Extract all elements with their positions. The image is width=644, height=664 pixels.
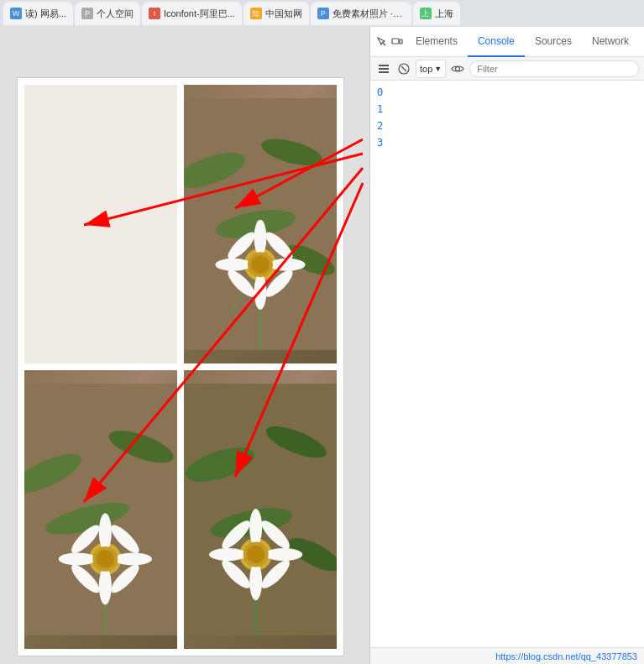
daisy-svg-bottom-right	[184, 370, 337, 649]
tab-elements[interactable]: Elements	[406, 27, 468, 57]
image-cell-bottom-left	[24, 370, 177, 649]
console-value-2[interactable]: 2	[377, 118, 383, 133]
tab-label-personal: 个人空间	[97, 8, 134, 20]
console-value-1[interactable]: 1	[377, 102, 383, 117]
tab-pexels[interactable]: P 免费素材照片 · Pex...	[311, 2, 411, 25]
console-line-0: 0	[370, 84, 644, 101]
tab-label-iconfont: Iconfont-阿里巴...	[164, 8, 235, 20]
devtools-tabs-row: Elements Console Sources Network	[406, 27, 639, 57]
devtools-panel: Elements Console Sources Network	[369, 27, 644, 664]
svg-point-10	[215, 259, 251, 271]
svg-rect-59	[379, 65, 389, 66]
daisy-svg-bottom-left	[24, 370, 177, 649]
svg-point-25	[99, 567, 112, 605]
tab-favicon-personal: P	[81, 8, 93, 19]
tab-label-cnki: 中国知网	[265, 8, 302, 20]
tab-sources[interactable]: Sources	[525, 27, 582, 57]
left-top-strip	[0, 27, 369, 77]
console-clear-button[interactable]	[395, 60, 412, 77]
image-cell-top-left	[24, 85, 177, 363]
svg-point-44	[264, 548, 302, 561]
tab-favicon-wangyi: W	[10, 8, 22, 19]
svg-point-64	[456, 66, 460, 71]
console-value-0[interactable]: 0	[377, 85, 383, 100]
svg-rect-61	[379, 71, 389, 73]
svg-point-27	[114, 552, 152, 565]
svg-point-43	[209, 548, 247, 561]
tab-favicon-shanghai: 上	[420, 8, 432, 19]
tab-wangyi[interactable]: W 读) 网易...	[3, 2, 73, 25]
tab-personal[interactable]: P 个人空间	[75, 2, 140, 25]
daisy-svg-top-right	[184, 85, 337, 363]
tab-label-pexels: 免费素材照片 · Pex...	[332, 8, 405, 20]
svg-point-50	[247, 546, 264, 563]
tab-network[interactable]: Network	[582, 27, 639, 57]
browser-tabs: W 读) 网易... P 个人空间 I Iconfont-阿里巴... 知 中国…	[0, 0, 644, 27]
console-output: 0 1 2 3	[370, 81, 644, 647]
tab-favicon-cnki: 知	[250, 8, 262, 19]
svg-point-26	[59, 552, 97, 565]
image-cell-top-right	[184, 85, 337, 363]
svg-rect-57	[392, 39, 399, 44]
console-toolbar: top ▼	[370, 57, 644, 81]
devtools-top-toolbar: Elements Console Sources Network	[370, 27, 644, 57]
svg-point-17	[251, 255, 269, 273]
image-grid	[18, 78, 343, 656]
console-line-2: 2	[370, 118, 644, 134]
tab-shanghai[interactable]: 上 上海	[413, 2, 460, 25]
console-context-select[interactable]: top ▼	[416, 60, 446, 78]
devtools-status-bar: https://blog.csdn.net/qq_43377853	[370, 647, 644, 664]
console-line-1: 1	[370, 101, 644, 118]
page-container	[17, 77, 344, 656]
tab-iconfont[interactable]: I Iconfont-阿里巴...	[142, 2, 242, 25]
page-area	[0, 27, 369, 664]
device-toolbar-button[interactable]	[390, 32, 404, 52]
svg-point-9	[254, 274, 267, 310]
tab-label-wangyi: 读) 网易...	[25, 8, 66, 20]
svg-point-42	[249, 562, 262, 600]
tab-console[interactable]: Console	[468, 27, 525, 57]
image-cell-bottom-right	[184, 370, 337, 649]
svg-point-8	[254, 220, 267, 256]
svg-rect-60	[379, 68, 389, 70]
svg-point-33	[97, 550, 114, 567]
tab-label-shanghai: 上海	[435, 8, 453, 20]
console-sidebar-toggle[interactable]	[375, 60, 392, 77]
console-line-3: 3	[370, 134, 644, 151]
console-value-3[interactable]: 3	[377, 135, 383, 150]
main-area: Elements Console Sources Network	[0, 27, 644, 664]
svg-point-41	[249, 509, 262, 546]
svg-rect-58	[400, 39, 402, 44]
svg-point-11	[270, 259, 306, 271]
console-eye-button[interactable]	[449, 60, 466, 77]
tab-cnki[interactable]: 知 中国知网	[243, 2, 309, 25]
tab-favicon-pexels: P	[317, 8, 329, 19]
status-bar-url[interactable]: https://blog.csdn.net/qq_43377853	[495, 651, 637, 661]
console-filter-input[interactable]	[469, 60, 639, 77]
svg-line-63	[401, 66, 406, 71]
svg-point-24	[99, 513, 112, 551]
svg-line-56	[382, 42, 385, 45]
tab-favicon-iconfont: I	[149, 8, 160, 19]
inspect-element-button[interactable]	[375, 32, 389, 52]
